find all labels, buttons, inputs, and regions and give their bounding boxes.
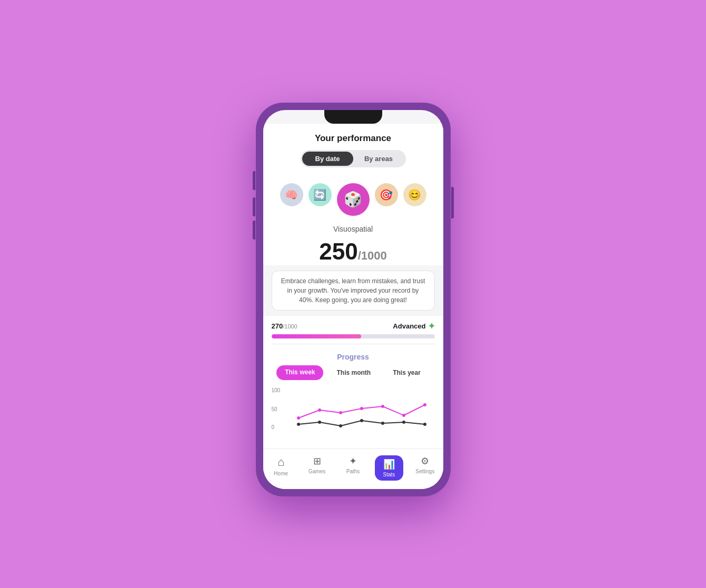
pink-dot-7 — [423, 403, 426, 406]
phone-notch — [324, 110, 382, 124]
view-toggle: By date By areas — [301, 150, 406, 167]
star-icon: ✦ — [428, 321, 435, 331]
progress-max: /1000 — [283, 323, 297, 330]
nav-label-paths: Paths — [346, 469, 360, 474]
y-label-100: 100 — [272, 387, 281, 393]
y-label-0: 0 — [272, 424, 275, 430]
area-icon-cube[interactable]: 🎲 — [337, 183, 370, 216]
phone-device: Your performance By date By areas 🧠 🔄 🎲 … — [256, 103, 451, 496]
area-label-section: Visuospatial — [263, 220, 443, 236]
area-icon-brain[interactable]: 🧠 — [280, 183, 303, 206]
pink-dot-3 — [339, 411, 342, 414]
nav-label-games: Games — [309, 469, 325, 474]
phone-shell: Your performance By date By areas 🧠 🔄 🎲 … — [256, 103, 451, 496]
nav-item-settings[interactable]: ⚙ Settings — [407, 453, 443, 483]
time-filters: This week This month This year — [272, 365, 435, 380]
settings-icon: ⚙ — [421, 455, 429, 467]
nav-item-paths[interactable]: ✦ Paths — [335, 453, 371, 483]
progress-bar-fill — [272, 334, 362, 338]
time-pill-this-week[interactable]: This week — [276, 365, 323, 380]
progress-section: 270/1000 Advanced ✦ — [263, 316, 443, 353]
nav-label-settings: Settings — [415, 469, 434, 474]
nav-item-games[interactable]: ⊞ Games — [299, 453, 335, 483]
score-value: 250 — [319, 238, 357, 264]
progress-labels: 270/1000 Advanced ✦ — [272, 321, 435, 331]
title-section: Your performance By date By areas — [263, 124, 443, 173]
motivation-text: Embrace challenges, learn from mistakes,… — [280, 276, 427, 305]
nav-label-stats: Stats — [383, 472, 395, 477]
pink-dot-6 — [402, 414, 405, 417]
phone-screen: Your performance By date By areas 🧠 🔄 🎲 … — [263, 110, 443, 489]
area-icon-face[interactable]: 😊 — [403, 183, 426, 206]
area-icon-arrows[interactable]: 🔄 — [309, 183, 332, 206]
area-icon-target[interactable]: 🎯 — [375, 183, 398, 206]
progress-score: 270/1000 — [272, 322, 297, 330]
home-icon: ⌂ — [277, 455, 284, 469]
nav-active-bg: 📊 Stats — [375, 455, 404, 481]
black-dot-7 — [423, 423, 426, 426]
nav-label-home: Home — [274, 471, 288, 476]
screen-content: Your performance By date By areas 🧠 🔄 🎲 … — [263, 124, 443, 489]
area-icons-row: 🧠 🔄 🎲 🎯 😊 — [263, 173, 443, 220]
tab-by-areas[interactable]: By areas — [353, 152, 404, 166]
score-max: /1000 — [358, 249, 387, 262]
page-title: Your performance — [274, 133, 433, 144]
bottom-nav: ⌂ Home ⊞ Games ✦ Paths — [263, 449, 443, 489]
chart-section: Progress This week This month This year … — [263, 353, 443, 440]
tab-by-date[interactable]: By date — [302, 152, 353, 166]
stats-icon: 📊 — [383, 459, 395, 470]
progress-divider — [272, 344, 435, 344]
pink-dot-2 — [318, 408, 321, 412]
black-dot-5 — [381, 422, 384, 425]
pink-line — [299, 405, 425, 418]
motivation-box: Embrace challenges, learn from mistakes,… — [272, 271, 435, 311]
games-icon: ⊞ — [313, 455, 321, 467]
y-label-50: 50 — [272, 406, 277, 412]
black-dot-2 — [318, 421, 321, 424]
black-dot-4 — [360, 419, 363, 422]
time-pill-this-month[interactable]: This month — [327, 365, 380, 380]
time-pill-this-year[interactable]: This year — [384, 365, 430, 380]
black-dot-6 — [402, 421, 405, 424]
pink-dot-1 — [297, 416, 300, 420]
nav-item-home[interactable]: ⌂ Home — [263, 453, 299, 483]
progress-level: Advanced ✦ — [393, 321, 434, 331]
area-label: Visuospatial — [333, 225, 373, 233]
progress-bar-track — [272, 334, 435, 338]
black-dot-1 — [297, 423, 300, 426]
black-dot-3 — [339, 424, 342, 427]
paths-icon: ✦ — [349, 455, 357, 467]
progress-chart-svg — [280, 386, 443, 434]
chart-container: 100 50 0 — [272, 386, 435, 436]
pink-dot-4 — [360, 407, 363, 410]
chart-title: Progress — [272, 353, 435, 361]
pink-dot-5 — [381, 405, 384, 408]
spacer — [263, 440, 443, 449]
nav-item-stats[interactable]: 📊 Stats — [371, 453, 407, 483]
score-section: 250/1000 — [263, 236, 443, 265]
